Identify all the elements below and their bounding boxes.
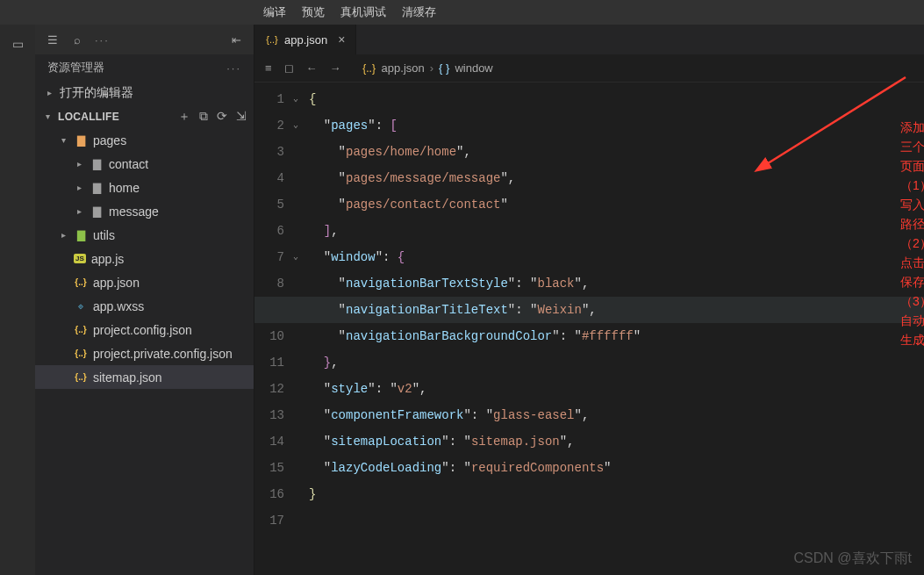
json-key: navigationBarBackgroundColor [346,329,552,343]
json-file-icon: {..} [265,34,279,45]
file-label: project.config.json [93,323,192,337]
json-string: v2 [398,382,412,396]
json-key: sitemapLocation [331,435,441,449]
code-lines: { "pages": [ "pages/home/home", "pages/m… [309,83,924,575]
folder-icon: ▇ [90,182,104,194]
json-key: componentFramework [331,408,463,422]
json-string: pages/contact/contact [346,198,500,212]
fold-icon[interactable]: ⌄ [293,112,298,139]
file-app-json[interactable]: {..} app.json [35,270,254,294]
open-editors-section[interactable]: ▸ 打开的编辑器 [35,81,254,104]
breadcrumb-symbol: window [455,61,492,75]
project-name: LOCALLIFE [58,111,119,123]
folder-label: contact [109,157,148,171]
tab-app-json[interactable]: {..} app.json × [254,25,356,54]
folder-icon: ▇ [74,134,88,147]
top-menubar: 编译 预览 真机调试 清缓存 [0,0,924,25]
editor-area: {..} app.json × ≡ ◻ ← → {..} app.json › … [254,25,924,575]
json-string: sitemap.json [471,435,560,449]
editor-tabs: {..} app.json × [254,25,924,54]
close-icon[interactable]: × [338,32,345,47]
json-key: style [331,382,368,396]
json-string: black [537,277,574,291]
json-string: pages/message/message [346,171,500,185]
chevron-right-icon: ▸ [74,206,84,216]
chevron-right-icon: ▸ [58,230,68,240]
brace: } [309,487,316,501]
json-string: glass-easel [493,408,574,422]
fold-column[interactable]: ⌄ ⌄ ⌄ [293,83,309,575]
sidebar-toolbar: ☰ ⌕ ··· ⇤ [35,25,254,54]
brace: { [398,250,405,264]
folder-home[interactable]: ▸ ▇ home [35,176,254,199]
chevron-right-icon: › [430,61,433,75]
menu-preview[interactable]: 预览 [302,4,325,20]
json-file-icon: {..} [74,349,88,358]
folder-label: utils [93,228,115,242]
collapse-panel-icon[interactable]: ⇤ [229,33,243,47]
explorer-title: 资源管理器 [47,60,104,75]
open-editors-label: 打开的编辑器 [60,85,133,101]
refresh-icon[interactable]: ⟳ [217,109,227,125]
project-root[interactable]: ▾ LOCALLIFE ＋ ⧉ ⟳ ⇲ [35,104,254,128]
left-gutter: ▭ [0,25,35,575]
watermark: CSDN @喜欢下雨t [794,550,912,568]
brace: { [309,92,316,106]
file-label: sitemap.json [93,370,162,385]
json-file-icon: {..} [362,62,376,75]
json-file-icon: {..} [74,372,88,382]
folder-contact[interactable]: ▸ ▇ contact [35,152,254,176]
menu-compile[interactable]: 编译 [263,4,286,20]
explorer-more-icon[interactable]: ··· [226,61,241,75]
new-folder-icon[interactable]: ⧉ [199,109,208,125]
menu-clear-cache[interactable]: 清缓存 [402,4,436,20]
menu-remote-debug[interactable]: 真机调试 [340,4,386,20]
breadcrumb[interactable]: {..} app.json › { } window [362,61,493,75]
nav-forward-icon[interactable]: → [330,61,341,75]
editor-toolbar: ≡ ◻ ← → {..} app.json › { } window [254,54,924,83]
more-icon[interactable]: ··· [95,33,109,47]
search-icon[interactable]: ⌕ [70,33,84,47]
file-project-config[interactable]: {..} project.config.json [35,318,254,341]
folder-label: pages [93,133,126,147]
folder-icon: ▇ [74,229,88,241]
json-key: lazyCodeLoading [331,461,441,475]
folder-message[interactable]: ▸ ▇ message [35,199,254,223]
json-file-icon: {..} [74,325,88,334]
code-editor[interactable]: 1234567891011121314151617 ⌄ ⌄ ⌄ { "pages… [254,83,924,575]
new-file-icon[interactable]: ＋ [178,109,190,125]
chevron-down-icon: ▾ [58,135,68,145]
bracket: [ [390,119,397,133]
json-string: requiredComponents [471,461,604,475]
chevron-right-icon: ▸ [74,183,84,192]
chevron-down-icon: ▾ [42,111,53,121]
js-file-icon: JS [74,254,86,263]
list-icon[interactable]: ☰ [46,33,60,47]
file-tree: ▸ 打开的编辑器 ▾ LOCALLIFE ＋ ⧉ ⟳ ⇲ ▾ ▇ pages ▸ [35,81,254,575]
outline-icon[interactable]: ≡ [265,61,272,75]
file-label: app.js [91,252,124,266]
file-app-js[interactable]: JS app.js [35,247,254,270]
fold-icon[interactable]: ⌄ [293,244,298,270]
monitor-icon[interactable]: ▭ [12,37,24,51]
json-file-icon: {..} [74,277,88,287]
json-key: navigationBarTextStyle [346,277,508,291]
bookmark-icon[interactable]: ◻ [284,61,294,75]
fold-icon[interactable]: ⌄ [293,86,298,112]
explorer-header: 资源管理器 ··· [35,54,254,81]
folder-label: home [109,181,140,195]
file-label: app.json [93,276,140,290]
json-key: navigationBarTitleText [346,303,508,317]
nav-back-icon[interactable]: ← [306,61,318,75]
file-app-wxss[interactable]: ⟐ app.wxss [35,294,254,318]
folder-icon: ▇ [90,158,104,170]
line-numbers: 1234567891011121314151617 [254,83,293,575]
file-label: project.private.config.json [93,347,233,361]
collapse-all-icon[interactable]: ⇲ [236,109,247,125]
sidebar: ☰ ⌕ ··· ⇤ 资源管理器 ··· ▸ 打开的编辑器 ▾ LOCALLIFE… [35,25,254,575]
folder-utils[interactable]: ▸ ▇ utils [35,223,254,247]
folder-pages[interactable]: ▾ ▇ pages [35,128,254,152]
file-sitemap-json[interactable]: {..} sitemap.json [35,365,254,389]
file-project-private-config[interactable]: {..} project.private.config.json [35,341,254,365]
folder-label: message [109,205,159,219]
